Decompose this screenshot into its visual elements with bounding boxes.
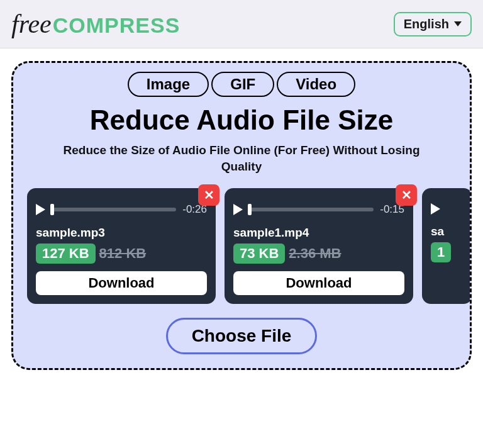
page-subtitle: Reduce the Size of Audio File Online (Fo…: [13, 142, 470, 174]
filename: sa: [431, 225, 472, 238]
new-size-badge: 1: [431, 242, 451, 262]
file-cards: ✕ -0:26 sample.mp3 127 KB 812 KB Downloa…: [13, 188, 470, 304]
old-size: 812 KB: [99, 245, 147, 262]
size-row: 73 KB 2.36 MB: [233, 244, 404, 264]
logo[interactable]: free COMPRESS: [11, 9, 180, 39]
seek-thumb[interactable]: [248, 204, 252, 215]
tab-gif[interactable]: GIF: [211, 72, 274, 97]
audio-player: -0:26: [36, 203, 207, 216]
close-button[interactable]: ✕: [198, 184, 219, 206]
play-icon[interactable]: [36, 204, 45, 215]
dropzone[interactable]: Image GIF Video Reduce Audio File Size R…: [11, 61, 472, 370]
tab-image[interactable]: Image: [128, 72, 209, 97]
header: free COMPRESS English: [0, 0, 483, 48]
choose-file-button[interactable]: Choose File: [166, 318, 318, 354]
file-card: sa 1: [422, 188, 472, 304]
download-button[interactable]: Download: [233, 271, 404, 295]
logo-bold-part: COMPRESS: [53, 13, 180, 38]
seek-track[interactable]: [249, 208, 374, 211]
filename: sample1.mp4: [233, 226, 404, 240]
new-size-badge: 73 KB: [233, 244, 285, 264]
filename: sample.mp3: [36, 226, 207, 240]
size-row: 127 KB 812 KB: [36, 244, 207, 264]
logo-script-part: free: [11, 9, 52, 39]
close-icon: ✕: [204, 188, 214, 203]
tab-video[interactable]: Video: [277, 72, 355, 97]
file-card: ✕ -0:15 sample1.mp4 73 KB 2.36 MB Downlo…: [225, 188, 413, 304]
main: Image GIF Video Reduce Audio File Size R…: [0, 48, 483, 383]
audio-player: [431, 203, 472, 215]
choose-file-wrap: Choose File: [13, 318, 470, 354]
language-label: English: [404, 17, 449, 31]
page-title: Reduce Audio File Size: [13, 104, 470, 136]
language-selector[interactable]: English: [394, 12, 472, 36]
chevron-down-icon: [454, 21, 462, 26]
tabs: Image GIF Video: [13, 72, 470, 97]
seek-track[interactable]: [52, 208, 176, 211]
seek-thumb[interactable]: [50, 204, 54, 215]
file-card: ✕ -0:26 sample.mp3 127 KB 812 KB Downloa…: [27, 188, 216, 304]
close-button[interactable]: ✕: [396, 184, 417, 206]
size-row: 1: [431, 242, 472, 262]
play-icon[interactable]: [431, 203, 440, 215]
old-size: 2.36 MB: [289, 245, 341, 262]
download-button[interactable]: Download: [36, 271, 207, 295]
play-icon[interactable]: [233, 204, 243, 215]
close-icon: ✕: [401, 188, 412, 203]
audio-player: -0:15: [233, 203, 404, 216]
new-size-badge: 127 KB: [36, 244, 96, 264]
